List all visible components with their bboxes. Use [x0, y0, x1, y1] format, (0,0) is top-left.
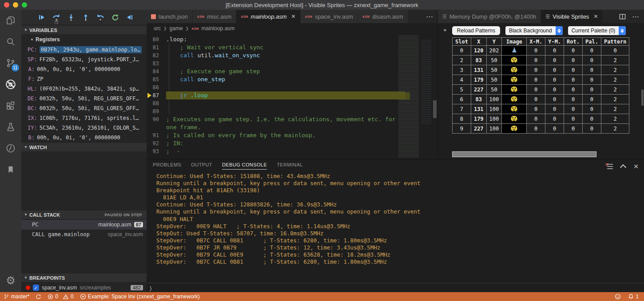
manage-button[interactable]: ⚙: [0, 271, 21, 290]
panel-tab-OUTPUT[interactable]: OUTPUT: [191, 162, 212, 170]
call-stack-frame[interactable]: CALL game.mainloopspace_inv.asm: [21, 230, 147, 239]
cell-pattern: 0: [601, 46, 629, 55]
table-row[interactable]: 713110000002: [453, 104, 629, 114]
frame-source: space_inv.asm: [108, 231, 143, 238]
tab-mainloop.asm[interactable]: ASMmainloop.asm✕: [236, 10, 300, 23]
tab-Memory Dump @0F00h, @1400h[interactable]: ☰Memory Dump @0F00h, @1400h: [438, 10, 541, 23]
notifications-item[interactable]: 1: [628, 293, 639, 300]
sidebar-item-run-and-debug[interactable]: [0, 74, 21, 95]
register-row[interactable]: HL:(0F02h)b=255, 3842u, 3842i, sp…: [21, 84, 147, 94]
tab-misc.asm[interactable]: ASMmisc.asm: [193, 10, 236, 23]
register-row[interactable]: PC:0B7Fh, 2943u, game.mainloop.lo…: [21, 45, 147, 55]
breakpoint-checkbox[interactable]: ✓: [33, 285, 39, 291]
register-row[interactable]: A:00h, 0u, 0i, '0', 00000000: [21, 64, 147, 74]
watch-section-header[interactable]: ▼ WATCH: [21, 143, 147, 151]
minimize-window-button[interactable]: [13, 2, 18, 8]
panel-tab-TERMINAL[interactable]: TERMINAL: [277, 162, 303, 170]
register-row[interactable]: SP:FF2Bh, 65323u, joystick.PORT_J…: [21, 55, 147, 64]
breadcrumb-item[interactable]: game: [170, 25, 183, 32]
gauge-icon: [5, 143, 16, 154]
cell-image: [502, 95, 527, 104]
variables-section-header[interactable]: ▼ VARIABLES: [21, 26, 147, 34]
tab-Visible Sprites[interactable]: ☰Visible Sprites✕: [541, 10, 603, 23]
editor-scrollbar[interactable]: [432, 34, 437, 159]
invader-sprite-icon: [510, 106, 518, 111]
sidebar-item-testing[interactable]: [0, 116, 21, 138]
cell-x-mirror: 0: [527, 55, 545, 65]
problems-item[interactable]: 0 0: [48, 293, 73, 300]
sync-item[interactable]: [36, 294, 41, 300]
tab-space_inv.asm[interactable]: ASMspace_inv.asm: [301, 10, 358, 23]
palette-select[interactable]: Current Palette (0): [568, 26, 626, 35]
register-row[interactable]: F:ZP: [21, 74, 147, 84]
step-out-icon: [83, 14, 89, 21]
sidebar-item-source-control[interactable]: 11: [0, 52, 21, 74]
sprites-horizontal-scrollbar[interactable]: [452, 151, 596, 157]
sidebar-item-explorer[interactable]: [0, 10, 21, 31]
cell-pattern: 2: [601, 85, 629, 95]
close-icon[interactable]: ✕: [593, 13, 598, 20]
step-back-button[interactable]: [95, 12, 106, 23]
table-row[interactable]: 922710000002: [453, 124, 629, 134]
restart-icon: [111, 14, 119, 21]
code-line: 93; -: [147, 147, 437, 155]
register-row[interactable]: DE:0032h, 50u, 50i, REG_LORES_OFF…: [21, 94, 147, 103]
close-icon[interactable]: ✕: [291, 13, 296, 20]
tab-disasm.asm[interactable]: ASMdisasm.asm: [358, 10, 408, 23]
launch-config-item[interactable]: Example: Space Inv (zxnext_game_framewor…: [80, 293, 200, 300]
register-row[interactable]: IX:1C08h, 7176u, 7176i, sprites.l…: [21, 113, 147, 123]
more-actions-icon[interactable]: ⋯: [426, 12, 433, 21]
sidebar-item-profiler[interactable]: [0, 138, 21, 159]
register-row[interactable]: B:00h, 0u, 0i, '0', 00000000: [21, 133, 147, 143]
reload-patterns-button[interactable]: Reload Patterns: [452, 26, 500, 35]
call-stack-frame[interactable]: PCmainloop.asm87: [21, 220, 147, 230]
column-header: Rot.: [564, 38, 583, 46]
breadcrumb[interactable]: src❯game❯ASMmainloop.asm: [147, 23, 437, 34]
table-row[interactable]: 31315000002: [453, 65, 629, 75]
split-editor-icon[interactable]: [619, 13, 626, 20]
step-into-button[interactable]: [66, 12, 76, 23]
select-stepper-icon: [556, 26, 563, 35]
feedback-item[interactable]: [615, 293, 621, 300]
restart-button[interactable]: [110, 12, 120, 23]
background-select[interactable]: Black Background: [505, 26, 563, 35]
maximize-panel-icon[interactable]: [620, 164, 626, 170]
close-window-button[interactable]: [4, 2, 9, 8]
reverse-continue-button[interactable]: [124, 12, 135, 23]
frame-name: PC: [32, 222, 38, 228]
git-branch-item[interactable]: master*: [4, 293, 29, 300]
step-out-button[interactable]: [80, 12, 91, 23]
table-row[interactable]: 817910000002: [453, 114, 629, 124]
breadcrumb-item[interactable]: src: [154, 25, 161, 32]
tab-launch.json[interactable]: launch.json: [147, 10, 193, 23]
registers-group[interactable]: ▼ Registers: [21, 35, 147, 44]
table-row[interactable]: 52275000002: [453, 85, 629, 95]
code-editor[interactable]: 80.loop:81 ; Wait vor vertical sync82 ca…: [147, 34, 437, 159]
console-line: StepOver: 0B7C CALL 0B81 ; T-States: 628…: [156, 258, 636, 265]
sidebar-item-search[interactable]: [0, 31, 21, 52]
table-row[interactable]: 2835000002: [453, 55, 629, 65]
debug-console-output[interactable]: Continue: Used T-States: 151808, time: 4…: [156, 173, 636, 265]
breadcrumb-item[interactable]: mainloop.asm: [202, 25, 235, 32]
panel-tab-PROBLEMS[interactable]: PROBLEMS: [153, 162, 181, 170]
register-row[interactable]: IY:5C3Ah, 23610u, 23610i, COLOR_S…: [21, 123, 147, 133]
breakpoints-section-header[interactable]: ▼ BREAKPOINTS: [21, 273, 147, 282]
minimap[interactable]: [398, 36, 431, 157]
table-row[interactable]: 41795000002: [453, 75, 629, 85]
table-row[interactable]: 012020200000: [453, 46, 629, 55]
continue-button[interactable]: [36, 12, 47, 23]
invader-sprite-icon: [510, 115, 518, 121]
close-panel-icon[interactable]: ✕: [633, 163, 639, 170]
sidebar-item-bookmarks[interactable]: [0, 159, 21, 180]
more-actions-icon[interactable]: ⋯: [632, 12, 639, 21]
maximize-window-button[interactable]: [22, 2, 27, 8]
code-text: call one_step: [166, 75, 402, 83]
register-row[interactable]: BC:0032h, 50u, 50i, REG_LORES_OFF…: [21, 103, 147, 113]
sidebar-item-extensions[interactable]: [0, 95, 21, 116]
breakpoint-row[interactable]: ✓space_inv.asmsrc/examples482: [21, 283, 147, 292]
call-stack-section-header[interactable]: ▼ CALL STACK PAUSED ON STEP: [21, 210, 147, 219]
clear-console-icon[interactable]: ✕: [606, 164, 613, 169]
table-row[interactable]: 68310000002: [453, 95, 629, 104]
sprites-vertical-scrollbar[interactable]: [641, 90, 644, 106]
panel-tab-DEBUG CONSOLE[interactable]: DEBUG CONSOLE: [222, 162, 267, 170]
